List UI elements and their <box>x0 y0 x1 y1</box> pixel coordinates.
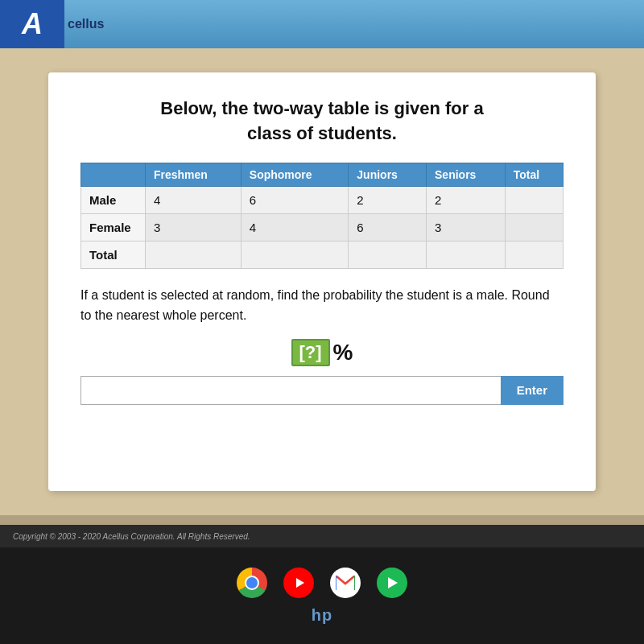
gmail-icon[interactable] <box>330 568 361 598</box>
taskbar-icons <box>237 568 407 598</box>
cell-male-total <box>505 186 563 213</box>
answer-bracket: [?] <box>291 339 330 366</box>
svg-marker-0 <box>296 578 304 588</box>
table-row-total: Total <box>81 241 564 268</box>
cell-total-juniors <box>349 241 427 268</box>
two-way-table: Freshmen Sophomore Juniors Seniors Total… <box>80 163 564 269</box>
top-bar: A cellus <box>0 0 644 48</box>
cell-total-freshmen <box>146 241 242 268</box>
percent-sign: % <box>333 340 353 365</box>
question-text: If a student is selected at random, find… <box>80 285 564 326</box>
cell-male-seniors: 2 <box>427 186 506 213</box>
svg-marker-4 <box>388 577 398 588</box>
row-label-male: Male <box>81 186 146 213</box>
answer-area: [?] % Enter <box>80 339 564 405</box>
row-label-female: Female <box>81 213 146 241</box>
table-row-male: Male 4 6 2 2 <box>81 186 564 213</box>
gmail-svg <box>336 576 355 590</box>
chrome-icon[interactable] <box>237 568 267 598</box>
answer-placeholder: [?] % <box>291 339 353 366</box>
hp-logo: hp <box>312 606 332 625</box>
col-header-empty <box>81 163 146 186</box>
cell-male-sophomore: 6 <box>241 186 348 213</box>
answer-input[interactable] <box>80 376 501 405</box>
logo-name: cellus <box>68 17 104 31</box>
col-header-sophomore: Sophomore <box>241 163 348 186</box>
cell-female-freshmen: 3 <box>146 213 242 241</box>
title-line1: Below, the two-way table is given for a <box>160 98 483 118</box>
row-label-total: Total <box>81 241 146 268</box>
taskbar: hp <box>0 547 644 644</box>
table-row-female: Female 3 4 6 3 <box>81 213 564 241</box>
col-header-freshmen: Freshmen <box>146 163 242 186</box>
cell-total-seniors <box>427 241 506 268</box>
cell-female-total <box>505 213 563 241</box>
play-svg <box>385 576 399 590</box>
youtube-svg <box>290 576 308 589</box>
title-line2: class of students. <box>247 123 397 143</box>
cell-female-sophomore: 4 <box>241 213 348 241</box>
col-header-total: Total <box>505 163 563 186</box>
copyright-text: Copyright © 2003 - 2020 Acellus Corporat… <box>13 532 250 541</box>
cell-female-seniors: 3 <box>427 213 506 241</box>
copyright-bar: Copyright © 2003 - 2020 Acellus Corporat… <box>0 525 644 547</box>
cell-female-juniors: 6 <box>349 213 427 241</box>
enter-button[interactable]: Enter <box>501 376 564 405</box>
youtube-icon[interactable] <box>283 568 314 598</box>
col-header-juniors: Juniors <box>349 163 427 186</box>
play-icon[interactable] <box>377 568 407 598</box>
logo-letter: A <box>22 7 43 41</box>
content-area: Below, the two-way table is given for a … <box>0 48 644 515</box>
cell-total-total <box>505 241 563 268</box>
cell-male-freshmen: 4 <box>146 186 242 213</box>
cell-male-juniors: 2 <box>349 186 427 213</box>
col-header-seniors: Seniors <box>427 163 506 186</box>
card: Below, the two-way table is given for a … <box>48 72 596 491</box>
cell-total-sophomore <box>241 241 348 268</box>
page-title: Below, the two-way table is given for a … <box>80 97 564 147</box>
logo-area: A <box>0 0 64 48</box>
input-row: Enter <box>80 376 564 405</box>
table-header-row: Freshmen Sophomore Juniors Seniors Total <box>81 163 564 186</box>
